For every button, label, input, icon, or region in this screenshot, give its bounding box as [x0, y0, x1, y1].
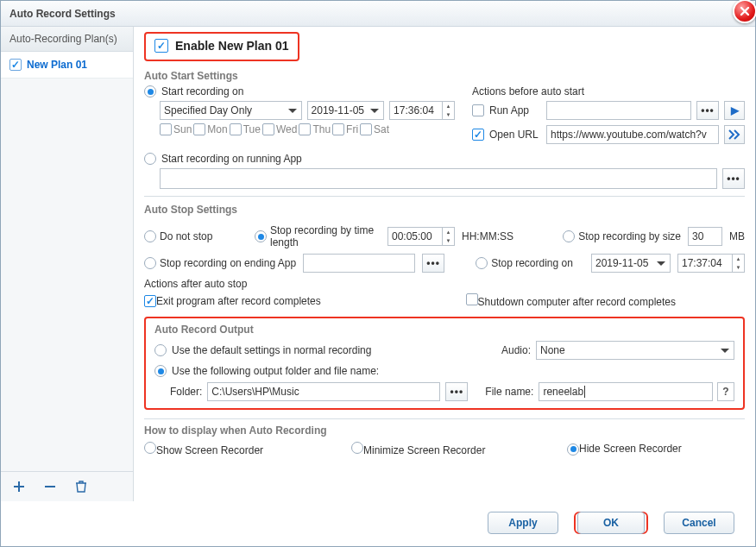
open-url-input[interactable]: https://www.youtube.com/watch?v: [546, 125, 719, 144]
use-default-radio[interactable]: [154, 344, 167, 356]
start-date-select[interactable]: 2019-11-05: [307, 101, 385, 120]
day-mon-checkbox[interactable]: [193, 123, 205, 135]
stop-by-size-radio[interactable]: [563, 230, 575, 242]
ending-app-input[interactable]: [303, 254, 415, 273]
shutdown-checkbox[interactable]: [466, 293, 478, 305]
running-app-input[interactable]: [160, 168, 717, 189]
auto-stop-section-title: Auto Stop Settings: [144, 196, 745, 219]
sidebar-item-new-plan-01[interactable]: New Plan 01: [1, 52, 133, 79]
enable-plan-checkbox[interactable]: [154, 39, 168, 53]
auto-record-settings-window: Auto Record Settings Auto-Recording Plan…: [0, 0, 756, 547]
ending-app-browse-button[interactable]: •••: [422, 254, 444, 273]
how-section-title: How to display when Auto Recording: [144, 418, 745, 437]
ok-button-highlight: OK: [574, 512, 648, 534]
enable-plan-label: Enable New Plan 01: [175, 39, 289, 53]
stop-by-time-radio[interactable]: [255, 230, 267, 242]
plan-label: New Plan 01: [27, 59, 87, 71]
use-following-radio[interactable]: [154, 365, 167, 377]
actions-after-label: Actions after auto stop: [144, 278, 745, 290]
plan-checkbox-icon: [9, 59, 22, 71]
day-sat-checkbox[interactable]: [360, 123, 372, 135]
stop-size-input[interactable]: 30: [688, 227, 722, 246]
open-url-go-button[interactable]: [724, 125, 745, 144]
text-cursor: [584, 386, 585, 398]
start-on-app-radio[interactable]: [144, 153, 156, 165]
enable-plan-highlight: Enable New Plan 01: [144, 32, 299, 61]
auto-start-section-title: Auto Start Settings: [144, 66, 745, 85]
stop-time-of-day-spinner[interactable]: 17:37:04▲▼: [677, 254, 745, 273]
window-title: Auto Record Settings: [9, 8, 116, 20]
run-app-input[interactable]: [546, 101, 691, 120]
open-url-checkbox[interactable]: [472, 129, 484, 141]
filename-input[interactable]: reneelab: [539, 382, 713, 401]
close-button[interactable]: [733, 0, 756, 23]
dialog-footer: Apply OK Cancel: [1, 501, 755, 544]
start-on-radio[interactable]: [144, 85, 156, 97]
stop-on-date-radio[interactable]: [476, 257, 488, 269]
day-thu-checkbox[interactable]: [299, 123, 311, 135]
apply-button[interactable]: Apply: [488, 512, 558, 534]
day-sun-checkbox[interactable]: [160, 123, 172, 135]
run-app-label: Run App: [489, 104, 541, 116]
close-icon: [740, 6, 750, 16]
run-app-browse-button[interactable]: •••: [696, 101, 719, 120]
add-plan-button[interactable]: [9, 477, 28, 496]
sidebar-tab-plans[interactable]: Auto-Recording Plan(s): [1, 27, 133, 52]
do-not-stop-radio[interactable]: [144, 230, 156, 242]
day-fri-checkbox[interactable]: [332, 123, 344, 135]
double-arrow-icon: [728, 129, 740, 140]
audio-select[interactable]: None: [536, 341, 734, 360]
sidebar: Auto-Recording Plan(s) New Plan 01: [1, 27, 134, 501]
plus-icon: [12, 480, 26, 494]
open-url-label: Open URL: [489, 129, 541, 141]
frequency-select[interactable]: Specified Day Only: [160, 101, 302, 120]
minus-icon: [43, 480, 57, 494]
output-section-title: Auto Record Output: [154, 324, 734, 336]
content-panel: Enable New Plan 01 Auto Start Settings S…: [134, 27, 755, 501]
folder-browse-button[interactable]: •••: [445, 382, 468, 401]
start-time-spinner[interactable]: 17:36:04▲▼: [389, 101, 455, 120]
audio-label: Audio:: [501, 344, 531, 356]
actions-before-label: Actions before auto start: [472, 85, 745, 97]
run-app-checkbox[interactable]: [472, 104, 484, 116]
start-on-app-label: Start recording on running App: [161, 153, 302, 165]
folder-input[interactable]: C:\Users\HP\Music: [207, 382, 440, 401]
remove-plan-button[interactable]: [41, 477, 60, 496]
filename-label: File name:: [485, 386, 533, 398]
filename-help-button[interactable]: ?: [717, 382, 734, 401]
day-tue-checkbox[interactable]: [230, 123, 242, 135]
folder-label: Folder:: [170, 386, 202, 398]
sidebar-toolbar: [1, 471, 133, 501]
stop-time-spinner[interactable]: 00:05:00▲▼: [387, 227, 455, 246]
output-highlight: Auto Record Output Use the default setti…: [144, 317, 745, 410]
day-wed-checkbox[interactable]: [262, 123, 274, 135]
titlebar: Auto Record Settings: [1, 1, 755, 27]
minimize-recorder-radio[interactable]: [351, 442, 363, 454]
stop-date-select[interactable]: 2019-11-05: [591, 254, 671, 273]
start-on-label: Start recording on: [161, 85, 243, 97]
ok-button[interactable]: OK: [577, 512, 645, 534]
show-recorder-radio[interactable]: [144, 442, 156, 454]
trash-icon: [75, 480, 87, 494]
hide-recorder-radio[interactable]: [567, 443, 579, 456]
stop-ending-app-radio[interactable]: [144, 257, 156, 269]
running-app-browse-button[interactable]: •••: [722, 168, 745, 189]
cancel-button[interactable]: Cancel: [664, 512, 734, 534]
exit-program-checkbox[interactable]: [144, 295, 156, 307]
delete-plan-button[interactable]: [72, 477, 91, 496]
run-app-go-button[interactable]: ▶: [724, 101, 745, 120]
